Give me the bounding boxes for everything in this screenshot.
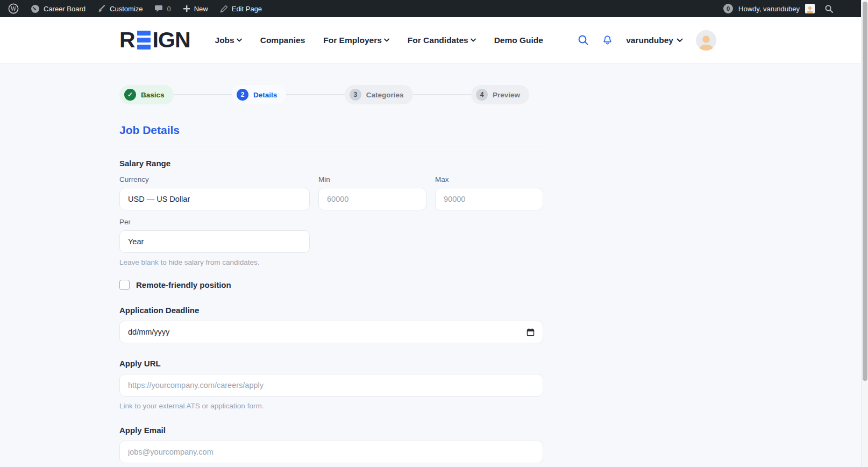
- salary-grid: Currency USD — US Dollar Min Max: [119, 175, 543, 210]
- chevron-down-icon: [471, 38, 476, 42]
- nav-item-for-candidates[interactable]: For Candidates: [408, 36, 476, 45]
- nav-label: Companies: [260, 36, 305, 45]
- step-check-icon: ✓: [124, 89, 136, 101]
- step-details[interactable]: 2 Details: [232, 85, 286, 104]
- notifications-bell-icon[interactable]: [602, 34, 613, 46]
- salary-range-heading: Salary Range: [119, 159, 543, 168]
- nav-item-for-employers[interactable]: For Employers: [323, 36, 389, 45]
- deadline-label: Application Deadline: [119, 306, 543, 315]
- wp-admin-bar: W Career Board Customize 0 New Edit Page…: [0, 0, 868, 17]
- step-label: Categories: [366, 91, 404, 99]
- deadline-date-input[interactable]: dd/mm/yyyy: [119, 321, 543, 343]
- max-label: Max: [435, 175, 543, 183]
- remote-checkbox[interactable]: [119, 280, 130, 290]
- logo-e-bars: [137, 31, 151, 49]
- step-preview[interactable]: 4 Preview: [471, 85, 529, 104]
- per-select[interactable]: Year: [119, 230, 310, 253]
- adminbar-edit-page-label: Edit Page: [232, 5, 262, 13]
- nav-label: For Candidates: [408, 36, 468, 45]
- apply-url-input[interactable]: [119, 374, 543, 397]
- dashboard-gauge-icon: [31, 4, 40, 13]
- nav-label: For Employers: [323, 36, 382, 45]
- apply-url-label: Apply URL: [119, 359, 543, 368]
- step-label: Details: [253, 91, 277, 99]
- step-connector: [174, 94, 232, 95]
- nav-item-demo-guide[interactable]: Demo Guide: [494, 36, 543, 45]
- adminbar-edit-page[interactable]: Edit Page: [214, 0, 268, 17]
- salary-max-input[interactable]: [435, 188, 543, 210]
- step-categories[interactable]: 3 Categories: [345, 85, 413, 104]
- chevron-down-icon: [384, 38, 389, 42]
- logo-suffix: IGN: [153, 27, 190, 53]
- page-scrollbar[interactable]: [861, 0, 868, 467]
- per-field: Per Year: [119, 218, 310, 253]
- apply-url-help-text: Link to your external ATS or application…: [119, 402, 543, 410]
- customize-brush-icon: [97, 4, 106, 13]
- pencil-icon: [220, 5, 228, 13]
- remote-label: Remote-friendly position: [136, 280, 231, 289]
- nav-label: Jobs: [215, 36, 234, 45]
- chevron-down-icon: [677, 38, 683, 43]
- adminbar-customize-label: Customize: [110, 5, 143, 13]
- adminbar-right: 0 Howdy, varundubey: [723, 4, 834, 13]
- max-field: Max: [435, 175, 543, 210]
- main-nav: Jobs Companies For Employers For Candida…: [215, 36, 543, 45]
- adminbar-customize[interactable]: Customize: [91, 0, 148, 17]
- updates-count-badge[interactable]: 0: [723, 4, 733, 13]
- adminbar-search-icon[interactable]: [824, 4, 834, 13]
- scrollbar-thumb[interactable]: [863, 2, 867, 381]
- adminbar-comments-count: 0: [167, 5, 170, 13]
- comment-bubble-icon: [154, 4, 163, 13]
- apply-email-input[interactable]: [119, 441, 543, 463]
- username-label: varundubey: [626, 36, 673, 45]
- divider: [119, 146, 543, 146]
- per-value: Year: [128, 237, 144, 246]
- page-title: Job Details: [119, 124, 543, 137]
- header-right: varundubey: [578, 30, 716, 51]
- calendar-icon[interactable]: [527, 328, 535, 336]
- header-avatar[interactable]: [696, 30, 716, 51]
- main-content: ✓ Basics 2 Details 3 Categories 4 Previe…: [119, 85, 543, 467]
- currency-select[interactable]: USD — US Dollar: [119, 188, 310, 210]
- user-menu[interactable]: varundubey: [626, 36, 683, 45]
- nav-item-jobs[interactable]: Jobs: [215, 36, 242, 45]
- step-number: 3: [350, 89, 361, 101]
- salary-min-input[interactable]: [318, 188, 426, 210]
- apply-email-label: Apply Email: [119, 426, 543, 435]
- howdy-label[interactable]: Howdy, varundubey: [738, 5, 800, 13]
- chevron-down-icon: [237, 38, 242, 42]
- adminbar-new-label: New: [194, 5, 208, 13]
- svg-text:W: W: [11, 5, 17, 12]
- adminbar-avatar[interactable]: [805, 4, 815, 13]
- wp-logo-menu[interactable]: W: [2, 0, 25, 17]
- currency-value: USD — US Dollar: [128, 195, 190, 203]
- wizard-stepper: ✓ Basics 2 Details 3 Categories 4 Previe…: [119, 85, 529, 104]
- step-connector: [286, 94, 344, 95]
- remote-friendly-row[interactable]: Remote-friendly position: [119, 280, 543, 290]
- salary-help-text: Leave blank to hide salary from candidat…: [119, 258, 543, 266]
- adminbar-new[interactable]: New: [177, 0, 214, 17]
- logo-prefix: R: [119, 27, 135, 53]
- step-number: 4: [476, 89, 488, 101]
- currency-label: Currency: [119, 175, 310, 183]
- step-label: Basics: [141, 91, 165, 99]
- reign-logo[interactable]: R IGN: [119, 27, 190, 53]
- step-connector: [413, 94, 471, 95]
- per-label: Per: [119, 218, 310, 226]
- currency-field: Currency USD — US Dollar: [119, 175, 310, 210]
- adminbar-site-label: Career Board: [44, 5, 86, 13]
- site-header: R IGN Jobs Companies For Employers For C…: [0, 17, 868, 63]
- min-field: Min: [318, 175, 426, 210]
- nav-label: Demo Guide: [494, 36, 543, 45]
- header-search-icon[interactable]: [578, 34, 589, 46]
- header-inner: R IGN Jobs Companies For Employers For C…: [119, 27, 716, 53]
- nav-item-companies[interactable]: Companies: [260, 36, 305, 45]
- adminbar-comments[interactable]: 0: [148, 0, 176, 17]
- min-label: Min: [318, 175, 426, 183]
- step-label: Preview: [493, 91, 520, 99]
- step-number: 2: [237, 89, 248, 101]
- step-basics[interactable]: ✓ Basics: [119, 85, 174, 104]
- wordpress-logo-icon: W: [8, 3, 19, 14]
- adminbar-site-name[interactable]: Career Board: [25, 0, 91, 17]
- date-placeholder-text: dd/mm/yyyy: [128, 328, 169, 336]
